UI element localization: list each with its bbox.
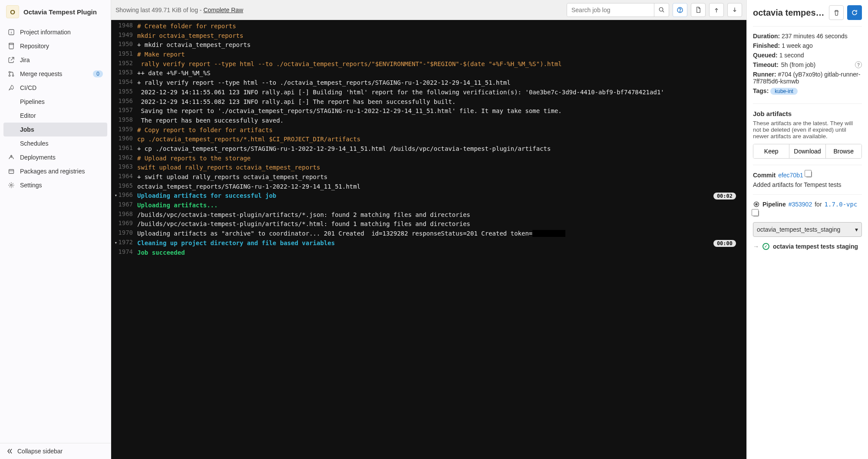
log-line-text: swift upload rally_reports octavia_tempe… xyxy=(137,163,736,173)
retry-button[interactable] xyxy=(847,5,862,20)
section-duration-pill: 00:00 xyxy=(713,240,736,247)
download-button[interactable]: Download xyxy=(789,144,825,158)
log-line-number[interactable]: 1972 xyxy=(111,239,137,246)
log-line: 1962# Upload reports to the storage xyxy=(111,154,746,163)
search-button[interactable] xyxy=(654,3,669,17)
log-line-number[interactable]: 1965 xyxy=(111,182,137,189)
job-log[interactable]: 1948# Create folder for reports1949mkdir… xyxy=(111,20,746,459)
sidebar-item-jira[interactable]: Jira xyxy=(3,53,107,67)
sidebar-item-pipelines[interactable]: Pipelines xyxy=(3,95,107,109)
sidebar-item-settings[interactable]: Settings xyxy=(3,178,107,192)
repo-icon xyxy=(8,43,15,50)
log-line: 1958 The report has been successfully sa… xyxy=(111,116,746,126)
log-line-number[interactable]: 1957 xyxy=(111,106,137,113)
merge-requests-count: 0 xyxy=(93,70,103,77)
project-name: Octavia Tempest Plugin xyxy=(23,8,97,16)
stage-select[interactable]: octavia_tempest_tests_staging ▾ xyxy=(753,222,862,237)
complete-raw-link[interactable]: Complete Raw xyxy=(203,7,243,13)
sidebar-item-deployments[interactable]: Deployments xyxy=(3,150,107,164)
sidebar-item-project-information[interactable]: Project information xyxy=(3,25,107,39)
log-line-number[interactable]: 1960 xyxy=(111,135,137,142)
browse-button[interactable]: Browse xyxy=(825,144,861,158)
log-line-text: # Make report xyxy=(137,50,736,60)
svg-point-6 xyxy=(9,75,10,76)
log-line: 1953++ date +%F-%H_%M_%S xyxy=(111,69,746,78)
log-line-text: rally verify report --type html --to ./o… xyxy=(137,60,736,69)
log-line-number[interactable]: 1964 xyxy=(111,173,137,180)
copy-commit-button[interactable] xyxy=(806,171,812,179)
log-line-number[interactable]: 1956 xyxy=(111,97,137,104)
pipeline-link[interactable]: #353902 xyxy=(789,201,812,208)
sidebar-item-merge-requests[interactable]: Merge requests 0 xyxy=(3,67,107,81)
sidebar-item-label: Jira xyxy=(20,57,103,63)
delete-button[interactable] xyxy=(829,5,844,20)
help-icon[interactable]: ? xyxy=(855,61,862,68)
keep-button[interactable]: Keep xyxy=(753,144,789,158)
trash-icon xyxy=(833,10,840,16)
sidebar-item-repository[interactable]: Repository xyxy=(3,39,107,53)
sidebar-item-cicd[interactable]: CI/CD xyxy=(3,81,107,95)
gear-icon xyxy=(8,182,15,189)
log-line-number[interactable]: 1969 xyxy=(111,220,137,226)
log-line-text: /builds/vpc/octavia-tempest-plugin/artif… xyxy=(137,210,736,220)
log-line-number[interactable]: 1948 xyxy=(111,22,137,29)
log-line-text: + mkdir octavia_tempest_reports xyxy=(137,40,736,50)
info-icon xyxy=(8,29,15,36)
stage-select-value: octavia_tempest_tests_staging xyxy=(757,226,840,233)
sidebar-item-editor[interactable]: Editor xyxy=(3,109,107,123)
log-line-text: # Create folder for reports xyxy=(137,22,736,31)
svg-point-14 xyxy=(716,12,716,12)
scroll-bottom-button[interactable] xyxy=(727,3,742,17)
log-line-text: octavia_tempest_reports/STAGING-ru-1-202… xyxy=(137,182,736,192)
log-line-number[interactable]: 1970 xyxy=(111,229,137,236)
collapse-sidebar-label: Collapse sidebar xyxy=(17,448,63,455)
log-line-number[interactable]: 1949 xyxy=(111,31,137,38)
search-job-log xyxy=(567,3,669,17)
collapse-sidebar-button[interactable]: Collapse sidebar xyxy=(0,443,111,459)
log-line: 1948# Create folder for reports xyxy=(111,22,746,31)
log-line-text: + rally verify report --type html --to .… xyxy=(137,78,736,88)
log-line-number[interactable]: 1954 xyxy=(111,78,137,85)
finished-key: Finished: xyxy=(753,42,780,49)
duration-key: Duration: xyxy=(753,33,780,40)
sidebar-item-packages[interactable]: Packages and registries xyxy=(3,164,107,178)
refresh-icon xyxy=(851,9,858,16)
log-line-number[interactable]: 1958 xyxy=(111,116,137,123)
log-line-text: # Copy report to folder for artifacts xyxy=(137,126,736,135)
log-line-number[interactable]: 1961 xyxy=(111,144,137,151)
sidebar-item-schedules[interactable]: Schedules xyxy=(3,136,107,150)
log-line-number[interactable]: 1955 xyxy=(111,88,137,95)
project-header[interactable]: O Octavia Tempest Plugin xyxy=(0,0,111,23)
sidebar-item-label: Repository xyxy=(20,43,103,50)
scroll-top-button[interactable] xyxy=(709,3,724,17)
raw-log-button[interactable] xyxy=(691,3,706,17)
svg-point-13 xyxy=(680,11,680,11)
log-line-number[interactable]: 1952 xyxy=(111,60,137,67)
copy-ref-button[interactable] xyxy=(753,211,759,218)
log-line-number[interactable]: 1950 xyxy=(111,40,137,47)
pipeline-ref-link[interactable]: 1.7.0-vpc xyxy=(825,201,858,208)
log-line-number[interactable]: 1951 xyxy=(111,50,137,57)
commit-link[interactable]: efec70b1 xyxy=(778,172,803,179)
log-line-number[interactable]: 1959 xyxy=(111,126,137,133)
log-line-number[interactable]: 1974 xyxy=(111,248,137,255)
log-line-number[interactable]: 1968 xyxy=(111,210,137,217)
search-input[interactable] xyxy=(567,3,654,17)
log-line-text: Uploading artifacts as "archive" to coor… xyxy=(137,229,736,239)
help-button[interactable] xyxy=(673,3,687,17)
job-stage-link[interactable]: octavia tempest tests staging xyxy=(773,243,858,250)
chevrons-left-icon xyxy=(6,448,13,455)
copy-icon xyxy=(806,171,812,177)
sidebar-item-jobs[interactable]: Jobs xyxy=(3,123,107,136)
log-line-number[interactable]: 1953 xyxy=(111,69,137,76)
log-line-number[interactable]: 1963 xyxy=(111,163,137,170)
sidebar-item-label: Settings xyxy=(20,182,103,189)
log-line-number[interactable]: 1966 xyxy=(111,191,137,198)
log-line: 1955 2022-12-29 14:11:55.061 123 INFO ra… xyxy=(111,88,746,97)
log-line: 1961+ cp ./octavia_tempest_reports/STAGI… xyxy=(111,144,746,154)
log-line-number[interactable]: 1967 xyxy=(111,201,137,208)
job-details-panel: octavia tempest … Duration: 237 minutes … xyxy=(746,0,868,459)
log-showing-info: Showing last 499.71 KiB of log - Complet… xyxy=(116,7,563,13)
log-line-text: + swift upload rally_reports octavia_tem… xyxy=(137,173,736,182)
log-line-number[interactable]: 1962 xyxy=(111,154,137,161)
